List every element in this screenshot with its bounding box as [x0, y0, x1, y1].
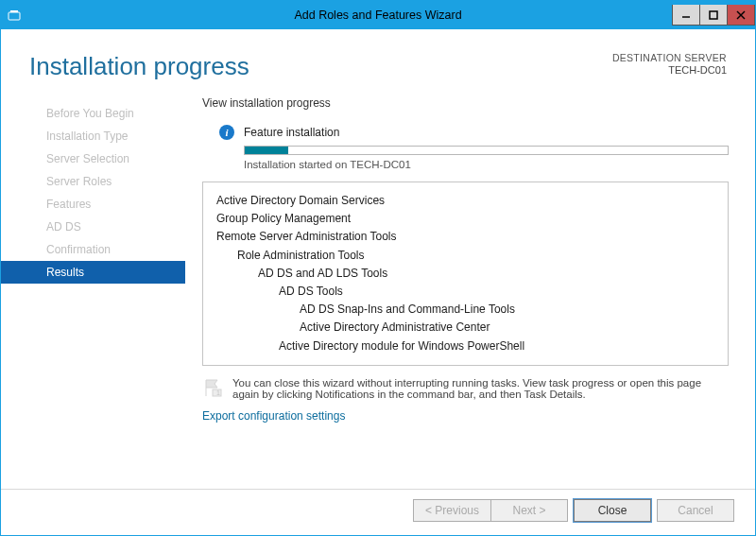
installation-items-box: Active Directory Domain ServicesGroup Po… [202, 182, 729, 366]
header-row: Installation progress DESTINATION SERVER… [1, 29, 755, 91]
svg-rect-3 [710, 11, 717, 19]
progress-fill [245, 147, 288, 154]
window-controls [673, 5, 755, 26]
install-item: Active Directory Domain Services [216, 192, 714, 210]
install-item: Active Directory module for Windows Powe… [216, 337, 714, 355]
body-row: Before You BeginInstallation TypeServer … [1, 91, 755, 489]
page-title: Installation progress [29, 52, 249, 81]
svg-text:1: 1 [216, 389, 220, 396]
flag-icon: 1 [202, 377, 223, 398]
destination-info: DESTINATION SERVER TECH-DC01 [612, 52, 727, 76]
app-icon [7, 8, 22, 23]
install-item: Remote Server Administration Tools [216, 228, 714, 246]
info-icon: i [219, 125, 234, 140]
content-area: Installation progress DESTINATION SERVER… [1, 29, 755, 535]
window-title: Add Roles and Features Wizard [294, 9, 461, 22]
progress-label: Installation started on TECH-DC01 [244, 159, 729, 170]
titlebar[interactable]: Add Roles and Features Wizard [1, 1, 755, 29]
wizard-step-confirmation: Confirmation [1, 238, 185, 261]
wizard-step-features: Features [1, 193, 185, 216]
destination-label: DESTINATION SERVER [612, 52, 727, 63]
install-item: Active Directory Administrative Center [216, 319, 714, 337]
main-panel: View installation progress i Feature ins… [185, 96, 755, 489]
close-button[interactable]: Close [574, 499, 651, 522]
wizard-step-server-roles: Server Roles [1, 170, 185, 193]
install-item: AD DS Tools [216, 283, 714, 301]
progress-bar [244, 146, 729, 155]
install-item: Group Policy Management [216, 210, 714, 228]
previous-button[interactable]: < Previous [413, 499, 490, 522]
wizard-steps-sidebar: Before You BeginInstallation TypeServer … [1, 96, 185, 489]
next-button[interactable]: Next > [490, 499, 568, 522]
install-item: Role Administration Tools [216, 247, 714, 265]
svg-rect-0 [9, 12, 20, 20]
svg-rect-1 [10, 10, 18, 12]
minimize-button[interactable] [672, 5, 700, 26]
tip-text: You can close this wizard without interr… [232, 377, 729, 400]
button-row: < Previous Next > Close Cancel [1, 489, 755, 535]
cancel-button[interactable]: Cancel [657, 499, 734, 522]
nav-button-group: < Previous Next > [413, 499, 568, 522]
instruction-text: View installation progress [202, 96, 729, 110]
close-window-button[interactable] [727, 5, 755, 26]
wizard-step-server-selection: Server Selection [1, 147, 185, 170]
destination-server: TECH-DC01 [612, 64, 727, 76]
wizard-step-installation-type: Installation Type [1, 125, 185, 147]
wizard-step-before-you-begin: Before You Begin [1, 102, 185, 125]
install-item: AD DS Snap-Ins and Command-Line Tools [216, 301, 714, 319]
install-item: AD DS and AD LDS Tools [216, 265, 714, 283]
wizard-step-ad-ds: AD DS [1, 216, 185, 238]
status-row: i Feature installation [202, 125, 729, 140]
export-config-link[interactable]: Export configuration settings [202, 409, 729, 423]
maximize-button[interactable] [699, 5, 728, 26]
wizard-step-results: Results [1, 261, 185, 284]
wizard-window: Add Roles and Features Wizard Installati… [0, 0, 756, 536]
tip-row: 1 You can close this wizard without inte… [202, 377, 729, 400]
status-text: Feature installation [244, 126, 339, 139]
